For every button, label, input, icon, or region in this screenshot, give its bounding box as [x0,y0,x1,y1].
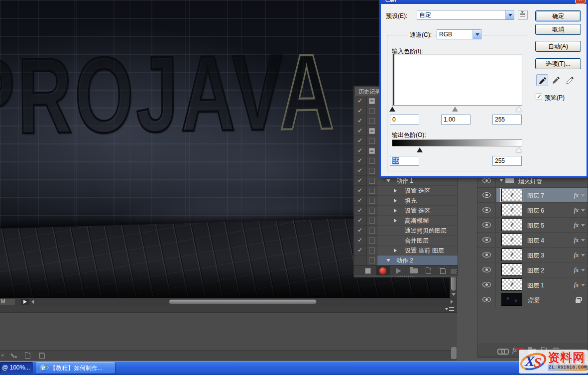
dialog-toggle-icon[interactable] [369,218,375,224]
dialog-toggle-icon[interactable] [369,158,375,164]
horizontal-scrollbar[interactable]: M [0,298,457,305]
check-icon[interactable] [354,246,366,255]
dialog-toggle-icon[interactable] [369,178,375,184]
cancel-button[interactable]: 取消 [535,24,581,35]
action-step-row[interactable]: 合并图层 [377,236,458,246]
layer-row[interactable]: 图层 2 fx [477,262,588,277]
status-play-icon[interactable] [21,299,29,305]
dialog-toggle-icon[interactable] [369,118,375,124]
output-black-slider[interactable] [417,147,423,152]
input-gamma-slider[interactable] [452,107,458,112]
check-icon[interactable] [354,106,366,116]
dialog-toggle-icon[interactable] [369,98,375,104]
layer-name[interactable]: 背景 [527,296,539,305]
dialog-toggle-icon[interactable] [369,128,375,134]
layer-row[interactable]: 图层 7 fx [477,188,588,203]
fx-badge[interactable]: fx [574,221,579,229]
dialog-toggle-icon[interactable] [369,228,375,234]
dialog-toggle-icon[interactable] [369,257,375,263]
history-scrollbar-end[interactable] [451,347,457,359]
dialog-toggle-icon[interactable] [369,188,375,194]
layer-row-selected[interactable]: 图层 7 fx [496,188,588,202]
fx-dropdown-icon[interactable] [581,284,585,286]
layer-row[interactable]: 图层 1 fx [477,277,588,292]
layer-name[interactable]: 图层 2 [527,266,544,275]
action-step-row[interactable]: 设置 选区 [377,206,458,216]
layer-row[interactable]: 图层 4 fx [477,233,588,248]
eye-icon[interactable] [482,207,491,213]
input-gamma-field[interactable]: 1.00 [441,115,470,125]
dialog-toggle-icon[interactable] [369,148,375,154]
layer-name[interactable]: 图层 4 [527,237,544,245]
layer-thumbnail[interactable] [501,293,522,306]
auto-button[interactable]: 自动(A) [535,41,581,52]
fx-dropdown-icon[interactable] [581,209,585,212]
layer-thumbnail[interactable] [501,204,522,216]
layer-row[interactable]: 图层 5 fx [477,218,588,233]
dialog-title-bar[interactable]: 色阶 ✕ [381,0,587,4]
check-icon[interactable] [354,196,366,206]
layer-name[interactable]: 图层 1 [527,281,544,290]
eye-icon[interactable] [482,192,491,198]
input-black-slider[interactable] [389,107,395,112]
resize-grip[interactable] [451,269,457,274]
layer-thumbnail[interactable] [501,278,522,291]
delete-action-icon[interactable] [440,267,445,274]
link-layers-icon[interactable] [497,349,507,353]
layer-row[interactable]: 图层 3 fx [477,248,588,262]
fx-badge[interactable]: fx [574,236,579,244]
new-document-from-state-icon[interactable] [11,353,18,359]
options-button[interactable]: 选项(T)... [535,58,581,69]
action-step-row[interactable]: 填充 [377,196,458,206]
panel-menu-icon[interactable] [445,307,454,312]
check-icon[interactable] [354,146,366,156]
fx-badge[interactable]: fx [574,281,579,289]
eye-icon[interactable] [482,297,491,302]
eye-icon[interactable] [482,252,491,257]
fx-badge[interactable]: fx [574,191,579,199]
delete-state-icon[interactable] [39,352,44,359]
check-empty[interactable] [354,255,366,265]
dialog-toggle-icon[interactable] [369,108,375,114]
fx-dropdown-icon[interactable] [581,254,585,256]
black-point-eyedropper-icon[interactable] [536,74,548,86]
fx-badge[interactable]: fx [574,206,579,214]
layer-thumbnail[interactable] [501,234,522,246]
action-step-row[interactable]: 通过拷贝的图层 [377,226,458,236]
record-icon[interactable] [379,267,386,274]
dialog-toggle-icon[interactable] [369,238,375,244]
input-white-field[interactable]: 255 [492,115,522,125]
stop-icon[interactable] [365,268,371,274]
background-layer-row[interactable]: 背景 [477,292,588,307]
horizontal-scroll-thumb[interactable] [169,299,317,304]
action-step-row[interactable]: 设置 当前 图层 [377,246,458,255]
action-step-row[interactable]: 高斯模糊 [377,216,458,226]
scroll-left-icon[interactable] [31,300,34,304]
fx-dropdown-icon[interactable] [581,224,585,227]
fx-dropdown-icon[interactable] [581,269,585,271]
input-black-field[interactable]: 0 [390,115,419,125]
new-set-folder-icon[interactable] [410,268,418,273]
check-icon[interactable] [354,206,366,216]
fx-dropdown-icon[interactable] [581,194,585,197]
taskbar-document-button[interactable]: @ 100%... [0,362,33,374]
fx-badge[interactable]: fx [574,266,579,274]
ok-button[interactable]: 确定 [535,10,581,21]
layer-name[interactable]: 图层 6 [527,207,544,215]
output-black-field[interactable]: 55 [390,156,419,166]
dropdown-arrow-icon[interactable] [472,30,481,39]
play-icon[interactable] [396,268,401,274]
check-icon[interactable] [354,236,366,246]
check-icon[interactable] [354,226,366,236]
input-white-slider[interactable] [516,107,522,112]
eye-icon[interactable] [482,282,491,287]
check-icon[interactable] [354,116,366,126]
check-icon[interactable] [354,186,366,196]
check-icon[interactable] [354,126,366,136]
group-expand-icon[interactable] [499,179,503,182]
eye-icon[interactable] [482,267,491,272]
dialog-toggle-icon[interactable] [369,168,375,174]
new-action-icon[interactable] [426,267,431,274]
group-name[interactable]: 烟火灯管 [518,177,542,186]
layer-name[interactable]: 图层 5 [527,222,544,230]
